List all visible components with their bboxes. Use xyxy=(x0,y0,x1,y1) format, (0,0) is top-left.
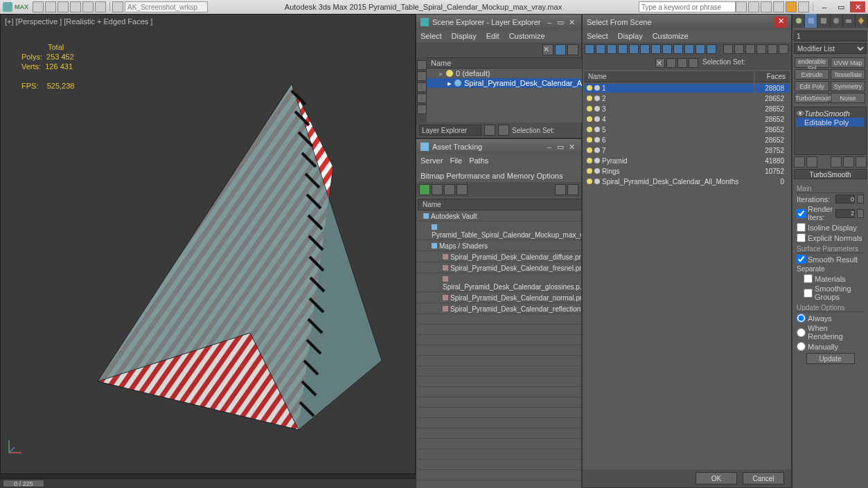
minimize-button[interactable]: – xyxy=(817,1,832,12)
modifier-button[interactable]: Noise xyxy=(831,93,865,103)
tb-project-icon[interactable] xyxy=(112,1,123,12)
tab-motion-icon[interactable] xyxy=(831,14,843,28)
sfs-f16-icon[interactable] xyxy=(756,44,766,54)
at-menu-server[interactable]: Server xyxy=(420,156,443,165)
tb-save-icon[interactable] xyxy=(57,1,69,12)
sfs-row[interactable]: 328652 xyxy=(584,105,790,114)
sfs-menu-select[interactable]: Select xyxy=(587,32,608,40)
sfs-f13-icon[interactable] xyxy=(723,44,733,54)
se-menu-edit[interactable]: Edit xyxy=(486,32,499,40)
sfs-f18-icon[interactable] xyxy=(779,44,788,54)
se-tool2-icon[interactable] xyxy=(555,44,566,55)
se-bt2-icon[interactable] xyxy=(498,125,509,136)
sfs-g1-icon[interactable] xyxy=(666,58,676,68)
render-iters-checkbox[interactable] xyxy=(797,209,806,218)
at-tb2-icon[interactable] xyxy=(432,184,443,195)
at-menu-bitmap[interactable]: Bitmap Performance and Memory Options xyxy=(420,172,563,180)
sfs-f14-icon[interactable] xyxy=(734,44,744,54)
update-button[interactable]: Update xyxy=(806,353,855,364)
sfs-f10-icon[interactable] xyxy=(684,44,694,54)
at-close-button[interactable]: ✕ xyxy=(566,143,577,152)
sfs-row[interactable]: 228652 xyxy=(584,94,790,103)
time-slider-handle[interactable]: 0 / 225 xyxy=(3,480,44,487)
update-manually-radio[interactable] xyxy=(797,342,806,351)
asset-row[interactable]: Spiral_Pyramid_Desk_Calendar_diffuse.png… xyxy=(418,253,581,262)
modifier-stack[interactable]: 👁 TurboSmooth Editable Poly xyxy=(794,107,867,155)
iterations-spinner[interactable] xyxy=(857,195,864,204)
modifier-button[interactable]: Symmetry xyxy=(831,81,865,91)
se-menu-select[interactable]: Select xyxy=(420,32,442,40)
update-always-radio[interactable] xyxy=(797,314,806,323)
workspace-dropdown[interactable] xyxy=(125,1,208,12)
sfs-f17-icon[interactable] xyxy=(768,44,777,54)
sfs-col-name[interactable]: Name xyxy=(584,71,754,82)
asset-row[interactable]: Autodesk VaultLogged xyxy=(418,212,581,222)
se-menu-customize[interactable]: Customize xyxy=(509,32,545,40)
se-sb3-icon[interactable] xyxy=(417,82,427,92)
se-bt1-icon[interactable] xyxy=(484,125,495,136)
stack-eye-icon[interactable]: 👁 xyxy=(796,109,804,118)
se-minimize-button[interactable]: – xyxy=(544,18,555,26)
viewport-label[interactable]: [+] [Perspective ] [Realistic + Edged Fa… xyxy=(5,17,152,26)
sfs-row[interactable]: 728752 xyxy=(584,146,790,155)
sfs-menu-customize[interactable]: Customize xyxy=(653,32,689,40)
at-minimize-button[interactable]: – xyxy=(544,143,555,151)
modifier-list-dropdown[interactable]: Modifier List xyxy=(794,43,867,54)
tb-help1-icon[interactable] xyxy=(736,1,747,12)
sfs-f12-icon[interactable] xyxy=(707,44,716,54)
tab-hierarchy-icon[interactable] xyxy=(817,14,830,28)
asset-row[interactable]: Spiral_Pyramid_Desk_Calendar_reflection.… xyxy=(418,305,581,314)
sfs-g2-icon[interactable] xyxy=(677,58,687,68)
modifier-button[interactable]: TurboSmooth xyxy=(795,93,829,103)
sfs-cancel-button[interactable]: Cancel xyxy=(743,472,784,485)
modifier-button[interactable]: Tessellate xyxy=(831,69,865,80)
se-sb4-icon[interactable] xyxy=(417,93,427,103)
help-search[interactable] xyxy=(639,1,736,12)
se-tool1-icon[interactable]: ✕ xyxy=(542,44,553,55)
sfs-row[interactable]: 628652 xyxy=(584,136,790,145)
sfs-row[interactable]: Pyramid41880 xyxy=(584,156,790,165)
sfs-f15-icon[interactable] xyxy=(745,44,755,54)
modifier-button[interactable]: Edit Poly xyxy=(795,81,829,91)
sfs-f7-icon[interactable] xyxy=(651,44,661,54)
tb-star-icon[interactable] xyxy=(786,1,797,12)
sfs-row[interactable]: 528652 xyxy=(584,125,790,134)
materials-checkbox[interactable] xyxy=(804,274,813,283)
tb-help2-icon[interactable] xyxy=(748,1,759,12)
tab-create-icon[interactable] xyxy=(792,14,805,28)
at-tb6-icon[interactable] xyxy=(567,184,578,195)
asset-row[interactable]: Pyramid_Table_Spiral_Calendar_Mockup_max… xyxy=(418,223,581,240)
se-col-name[interactable]: Name xyxy=(431,59,451,67)
pyramid-object[interactable] xyxy=(56,70,389,458)
update-rendering-radio[interactable] xyxy=(797,328,806,337)
modifier-button[interactable]: UVW Map xyxy=(831,57,865,68)
render-iters-spinner[interactable] xyxy=(857,209,864,218)
sfs-row[interactable]: 428652 xyxy=(584,115,790,124)
at-menu-file[interactable]: File xyxy=(450,156,462,165)
stack-turbosmooth[interactable]: 👁 TurboSmooth xyxy=(796,109,865,118)
sfs-f3-icon[interactable] xyxy=(607,44,617,54)
stack-editable-poly[interactable]: Editable Poly xyxy=(796,118,865,127)
smoothing-groups-checkbox[interactable] xyxy=(804,289,813,298)
modifier-button[interactable]: Extrude xyxy=(795,69,829,80)
modifier-button[interactable]: enderable Spl xyxy=(795,57,829,68)
at-tb5-icon[interactable] xyxy=(555,184,566,195)
stack-del-icon[interactable] xyxy=(856,156,867,168)
rollup-turbosmooth[interactable]: TurboSmooth xyxy=(794,169,867,179)
sfs-f11-icon[interactable] xyxy=(696,44,705,54)
close-button[interactable]: ✕ xyxy=(850,1,865,12)
se-menu-display[interactable]: Display xyxy=(452,32,477,40)
se-tool3-icon[interactable] xyxy=(567,44,578,55)
at-col-name[interactable]: Name xyxy=(418,199,581,210)
sfs-g3-icon[interactable] xyxy=(689,58,698,68)
stack-show-icon[interactable] xyxy=(806,156,817,168)
sfs-menu-display[interactable]: Display xyxy=(618,32,643,40)
at-menu-paths[interactable]: Paths xyxy=(469,156,488,165)
stack-cfg1-icon[interactable] xyxy=(831,156,842,168)
render-iters-input[interactable] xyxy=(835,209,855,218)
tab-modify-icon[interactable] xyxy=(805,14,817,28)
tb-link-icon[interactable] xyxy=(95,1,106,12)
se-mode-dropdown[interactable] xyxy=(419,125,481,136)
tab-display-icon[interactable] xyxy=(843,14,856,28)
sfs-f1-icon[interactable] xyxy=(585,44,594,54)
